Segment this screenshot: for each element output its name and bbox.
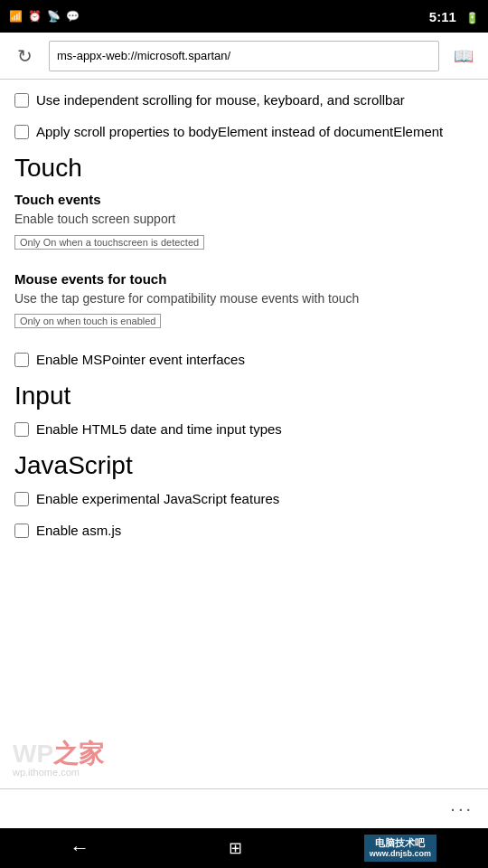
home-icon: ⊞ xyxy=(229,838,242,858)
touch-section-heading: Touch xyxy=(14,154,474,183)
reader-icon: 📖 xyxy=(454,46,474,66)
mouse-events-subsection: Mouse events for touch Use the tap gestu… xyxy=(14,271,474,336)
touch-events-subsection: Touch events Enable touch screen support… xyxy=(14,192,474,257)
alarm-icon: ⏰ xyxy=(28,10,42,23)
message-icon: 💬 xyxy=(66,10,80,23)
checkbox-html5-date-label: Enable HTML5 date and time input types xyxy=(36,420,282,439)
more-options-button[interactable]: ··· xyxy=(450,798,474,819)
reader-button[interactable]: 📖 xyxy=(448,41,479,71)
reload-icon: ↻ xyxy=(17,45,33,67)
checkbox-experimental-js-label: Enable experimental JavaScript features xyxy=(36,489,279,508)
url-display[interactable]: ms-appx-web://microsoft.spartan/ xyxy=(49,41,439,71)
signal-icon: 📶 xyxy=(9,10,23,23)
home-button[interactable]: ⊞ xyxy=(211,828,260,868)
checkbox-scroll-body: Apply scroll properties to bodyElement i… xyxy=(14,122,474,141)
mouse-events-badge: Only on when touch is enabled xyxy=(14,314,161,328)
checkbox-mspointer: Enable MSPointer event interfaces xyxy=(14,350,474,369)
status-bar: 📶 ⏰ 📡 💬 5:11 🔋 xyxy=(0,0,488,33)
main-content: Use independent scrolling for mouse, key… xyxy=(0,80,488,785)
brand-logo: 电脑技术吧 www.dnjsb.com xyxy=(364,835,436,862)
checkbox-experimental-js: Enable experimental JavaScript features xyxy=(14,489,474,508)
checkbox-asm-js-input[interactable] xyxy=(14,524,29,538)
checkbox-scrolling-input[interactable] xyxy=(14,93,29,108)
checkbox-mspointer-input[interactable] xyxy=(14,353,29,367)
wifi-icon: 📡 xyxy=(47,10,61,23)
checkbox-scrolling-label: Use independent scrolling for mouse, key… xyxy=(36,90,405,109)
touch-events-badge: Only On when a touchscreen is detected xyxy=(14,235,204,250)
checkbox-experimental-js-input[interactable] xyxy=(14,492,29,506)
status-time: 5:11 🔋 xyxy=(429,9,479,24)
checkbox-scroll-body-label: Apply scroll properties to bodyElement i… xyxy=(36,122,443,141)
mouse-events-desc: Use the tap gesture for compatibility mo… xyxy=(14,290,474,308)
mouse-events-subheading: Mouse events for touch xyxy=(14,271,474,287)
checkbox-html5-date: Enable HTML5 date and time input types xyxy=(14,420,474,439)
checkbox-scrolling: Use independent scrolling for mouse, key… xyxy=(14,90,474,109)
input-section-heading: Input xyxy=(14,382,474,410)
touch-events-subheading: Touch events xyxy=(14,192,474,207)
url-text: ms-appx-web://microsoft.spartan/ xyxy=(57,49,230,62)
bottom-toolbar: ··· xyxy=(0,788,488,828)
battery-icon: 🔋 xyxy=(465,12,479,24)
checkbox-asm-js-label: Enable asm.js xyxy=(36,521,121,540)
checkbox-html5-date-input[interactable] xyxy=(14,422,29,437)
logo-line2: www.dnjsb.com xyxy=(370,849,431,859)
touch-events-desc: Enable touch screen support xyxy=(14,211,474,229)
checkbox-mspointer-label: Enable MSPointer event interfaces xyxy=(36,350,245,369)
checkbox-scroll-body-input[interactable] xyxy=(14,125,29,139)
back-icon: ← xyxy=(70,836,89,860)
logo-line1: 电脑技术吧 xyxy=(370,837,431,849)
status-left: 📶 ⏰ 📡 💬 xyxy=(9,10,80,23)
address-bar: ↻ ms-appx-web://microsoft.spartan/ 📖 xyxy=(0,33,488,80)
checkbox-asm-js: Enable asm.js xyxy=(14,521,474,540)
back-button[interactable]: ← xyxy=(52,828,108,868)
javascript-section-heading: JavaScript xyxy=(14,451,474,480)
reload-button[interactable]: ↻ xyxy=(9,41,40,71)
nav-bar: ← ⊞ 电脑技术吧 www.dnjsb.com xyxy=(0,828,488,868)
